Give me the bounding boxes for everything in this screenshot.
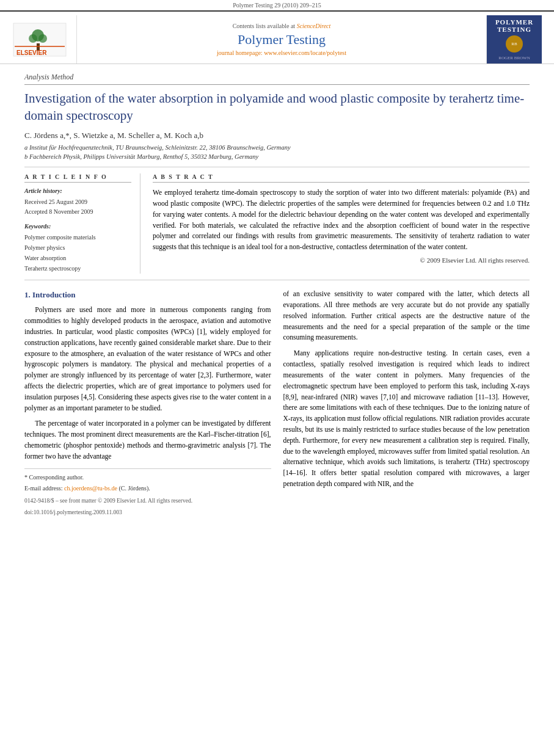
intro-para-4: Many applications require non-destructiv…: [283, 348, 530, 490]
contents-line: Contents lists available at ScienceDirec…: [233, 23, 331, 29]
page: Polymer Testing 29 (2010) 209–215 ELSEVI…: [0, 0, 554, 756]
elsevier-logo-area: ELSEVIER: [12, 15, 76, 64]
intro-heading: 1. Introduction: [24, 289, 271, 301]
svg-point-3: [29, 34, 37, 43]
body-content: 1. Introduction Polymers are used more a…: [24, 289, 530, 517]
affiliation-b: b Fachbereich Physik, Philipps Universit…: [24, 152, 530, 162]
journal-title-area: Contents lists available at ScienceDirec…: [76, 15, 487, 64]
journal-info-bar: Polymer Testing 29 (2010) 209–215: [0, 0, 554, 12]
abstract-column: A B S T R A C T We employed terahertz ti…: [153, 173, 530, 274]
abstract-text: We employed terahertz time-domain spectr…: [153, 187, 530, 253]
brand-line1: POLYMER: [495, 18, 533, 26]
brand-badge: POLYMER TESTING RB ROGER BROWN: [487, 15, 542, 64]
journal-title: Polymer Testing: [238, 32, 326, 48]
intro-para-3: of an exclusive sensitivity to water com…: [283, 289, 530, 343]
article-info-column: A R T I C L E I N F O Article history: R…: [24, 173, 140, 274]
affiliation-a: a Institut für Hochfrequenztechnik, TU B…: [24, 143, 530, 153]
body-col-left: 1. Introduction Polymers are used more a…: [24, 289, 271, 517]
keywords-label: Keywords:: [24, 223, 131, 230]
email-link[interactable]: ch.joerdens@tu-bs.de: [64, 485, 117, 492]
received-date: Received 25 August 2009: [24, 197, 131, 207]
keyword-4: Terahertz spectroscopy: [24, 263, 131, 274]
journal-header: ELSEVIER Contents lists available at Sci…: [0, 12, 554, 64]
brand-author: ROGER BROWN: [498, 56, 530, 60]
doi-line: doi:10.1016/j.polymertesting.2009.11.003: [24, 508, 271, 517]
svg-point-4: [38, 34, 47, 43]
article-info-abstract: A R T I C L E I N F O Article history: R…: [24, 173, 530, 280]
authors-text: C. Jördens a,*, S. Wietzke a, M. Schelle…: [24, 131, 203, 140]
intro-para-1: Polymers are used more and more in numer…: [24, 305, 271, 413]
brand-line2: TESTING: [497, 26, 531, 33]
svg-text:ELSEVIER: ELSEVIER: [16, 49, 47, 56]
body-col-right: of an exclusive sensitivity to water com…: [283, 289, 530, 517]
affiliations: a Institut für Hochfrequenztechnik, TU B…: [24, 143, 530, 168]
accepted-date: Accepted 8 November 2009: [24, 207, 131, 217]
keyword-3: Water absorption: [24, 253, 131, 263]
article-title: Investigation of the water absorption in…: [24, 90, 530, 125]
brand-logo-circle: RB: [506, 35, 523, 53]
journal-citation: Polymer Testing 29 (2010) 209–215: [233, 2, 321, 9]
abstract-label: A B S T R A C T: [153, 173, 530, 183]
main-content: Analysis Method Investigation of the wat…: [0, 64, 554, 526]
journal-homepage: journal homepage: www.elsevier.com/locat…: [217, 49, 346, 56]
copyright: © 2009 Elsevier Ltd. All rights reserved…: [153, 256, 530, 264]
sciencedirect-link[interactable]: ScienceDirect: [297, 23, 331, 29]
keyword-1: Polymer composite materials: [24, 232, 131, 242]
article-type: Analysis Method: [24, 73, 530, 85]
issn-line: 0142-9418/$ – see front matter © 2009 El…: [24, 496, 271, 506]
email-person: (C. Jördens).: [118, 485, 150, 492]
history-label: Article history:: [24, 187, 131, 194]
keyword-2: Polymer physics: [24, 242, 131, 253]
intro-para-2: The percentage of water incorporated in …: [24, 418, 271, 462]
article-info-label: A R T I C L E I N F O: [24, 173, 131, 183]
footnotes: * Corresponding author. E-mail address: …: [24, 468, 271, 517]
authors-line: C. Jördens a,*, S. Wietzke a, M. Schelle…: [24, 131, 530, 140]
elsevier-logo-icon: ELSEVIER: [12, 22, 67, 57]
email-note: E-mail address: ch.joerdens@tu-bs.de (C.…: [24, 484, 271, 493]
corresponding-note: * Corresponding author.: [24, 473, 271, 482]
